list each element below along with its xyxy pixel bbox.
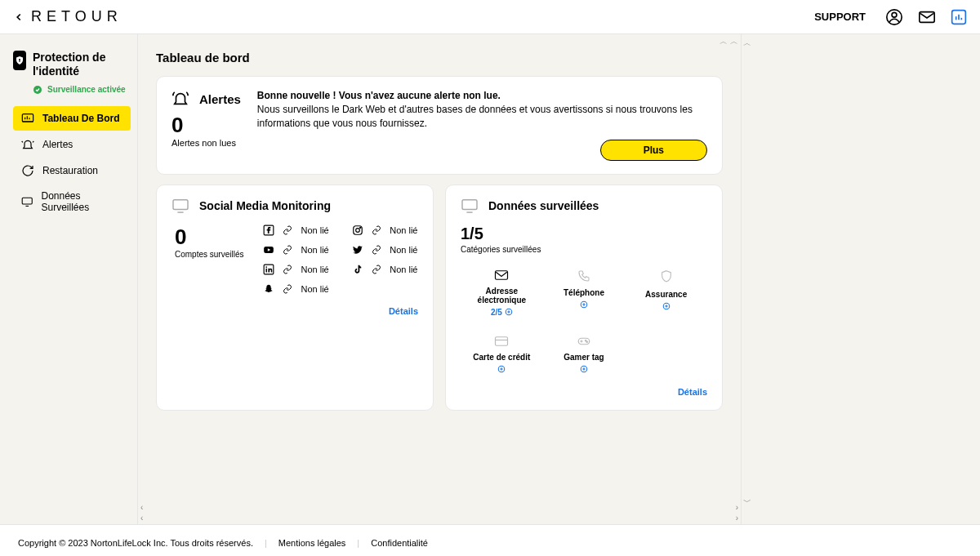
- svg-rect-8: [19, 60, 20, 63]
- nav-label: Données Surveillées: [41, 190, 122, 213]
- link-icon: [283, 225, 292, 235]
- plus-circle-icon: [497, 365, 506, 373]
- support-link[interactable]: SUPPORT: [814, 11, 866, 23]
- topbar: Retour SUPPORT: [0, 0, 980, 34]
- link-icon: [283, 245, 292, 255]
- sm-item-twitter[interactable]: Non lié: [352, 244, 418, 256]
- nav-monitored[interactable]: Données Surveillées: [13, 185, 131, 219]
- scroll-indicator-icon: ﹀: [743, 496, 751, 508]
- scroll-indicator-icon: ︿: [743, 38, 751, 49]
- plus-circle-icon: [662, 302, 670, 310]
- instagram-icon: [352, 225, 363, 236]
- stats-icon[interactable]: [951, 9, 967, 25]
- mon-item-insurance[interactable]: Assurance: [625, 269, 707, 318]
- svg-rect-30: [496, 271, 508, 280]
- svg-rect-28: [462, 200, 477, 210]
- gamepad-icon: [577, 336, 591, 347]
- nav-label: Alertes: [42, 139, 73, 150]
- right-gutter: ︿ ﹀: [742, 34, 755, 524]
- svg-point-1: [892, 12, 897, 17]
- dashboard-icon: [21, 112, 34, 125]
- mail-icon: [494, 269, 509, 281]
- more-button[interactable]: Plus: [600, 140, 707, 161]
- account-icon[interactable]: [885, 8, 903, 26]
- sm-item-instagram[interactable]: Non lié: [352, 225, 418, 236]
- sm-item-linkedin[interactable]: Non lié: [263, 264, 329, 275]
- footer-privacy-link[interactable]: Confidentialité: [371, 538, 428, 548]
- phone-icon: [577, 269, 590, 282]
- alerts-sub: Alertes non lues: [172, 138, 241, 148]
- link-icon: [372, 245, 381, 255]
- svg-point-22: [360, 227, 361, 228]
- sm-sub: Comptes surveillés: [175, 250, 243, 260]
- sm-item-snapchat[interactable]: Non lié: [263, 283, 329, 295]
- status-text: Surveillance activée: [47, 85, 126, 94]
- footer-copyright: Copyright © 2023 NortonLifeLock Inc. Tou…: [18, 538, 253, 548]
- sm-status: Non lié: [390, 265, 417, 274]
- sm-status: Non lié: [301, 265, 328, 274]
- mon-email-status: 2/5: [491, 308, 502, 317]
- nav-dashboard[interactable]: Tableau De Bord: [13, 106, 131, 131]
- link-icon: [283, 265, 292, 274]
- monitored-data-card: Données surveillées 1/5 Catégories surve…: [445, 185, 723, 411]
- bell-icon: [21, 138, 34, 151]
- footer-legal-link[interactable]: Mentions légales: [278, 538, 346, 548]
- bell-ring-icon: [172, 90, 189, 108]
- sm-count: 0: [175, 225, 243, 250]
- linkedin-icon: [263, 264, 274, 275]
- sm-status: Non lié: [301, 284, 328, 294]
- mon-ratio: 1/5: [461, 225, 707, 243]
- nav: Tableau De Bord Alertes Restauration Don…: [13, 106, 131, 219]
- sm-title: Social Media Monitoring: [199, 199, 331, 212]
- back-button[interactable]: Retour: [13, 8, 122, 25]
- alerts-description: Nous surveillons le Dark Web et d'autres…: [257, 103, 707, 131]
- twitter-icon: [352, 244, 363, 256]
- mon-label: Gamer tag: [543, 353, 626, 362]
- plus-circle-icon: [505, 308, 513, 316]
- nav-restore[interactable]: Restauration: [13, 158, 131, 183]
- monitor-outline-icon: [461, 198, 479, 213]
- footer: Copyright © 2023 NortonLifeLock Inc. Tou…: [0, 524, 980, 556]
- mail-icon[interactable]: [918, 8, 936, 26]
- page-title: Tableau de bord: [156, 51, 723, 64]
- facebook-icon: [263, 225, 274, 236]
- mon-title: Données surveillées: [488, 199, 599, 212]
- alerts-title: Alertes: [199, 92, 241, 106]
- sm-details-link[interactable]: Détails: [172, 306, 418, 316]
- link-icon: [372, 225, 381, 235]
- sm-item-facebook[interactable]: Non lié: [263, 225, 329, 236]
- snapchat-icon: [263, 283, 274, 295]
- plus-circle-icon: [580, 365, 588, 373]
- sm-status: Non lié: [301, 245, 328, 255]
- mon-item-email[interactable]: Adresse électronique 2/5: [461, 269, 543, 318]
- back-label: Retour: [31, 8, 122, 25]
- app-title: Protection de l'identité: [33, 51, 131, 78]
- check-circle-icon: [33, 85, 42, 95]
- mon-details-link[interactable]: Détails: [461, 387, 707, 397]
- alerts-headline: Bonne nouvelle ! Vous n'avez aucune aler…: [257, 90, 707, 101]
- mon-label: Adresse électronique: [461, 287, 543, 305]
- svg-rect-40: [496, 337, 508, 346]
- mon-item-gamer[interactable]: Gamer tag: [543, 336, 626, 376]
- credit-card-icon: [494, 336, 509, 347]
- mon-item-credit[interactable]: Carte de crédit: [461, 336, 543, 376]
- sidebar: Protection de l'identité Surveillance ac…: [0, 34, 137, 524]
- sm-item-youtube[interactable]: Non lié: [263, 244, 329, 256]
- link-icon: [283, 284, 292, 294]
- svg-rect-17: [173, 200, 188, 210]
- mon-label: Téléphone: [543, 288, 626, 297]
- plus-circle-icon: [580, 300, 588, 309]
- sm-status: Non lié: [390, 225, 417, 235]
- chevron-left-icon: [13, 10, 24, 24]
- nav-alerts[interactable]: Alertes: [13, 132, 131, 157]
- nav-label: Tableau De Bord: [42, 113, 119, 124]
- monitor-outline-icon: [172, 198, 189, 213]
- youtube-icon: [263, 244, 274, 256]
- mon-item-phone[interactable]: Téléphone: [543, 269, 626, 318]
- sm-item-tiktok[interactable]: Non lié: [352, 264, 418, 275]
- shield-icon: [660, 269, 673, 284]
- sm-status: Non lié: [390, 245, 417, 255]
- main-content: ︿ ︿ Tableau de bord Alertes 0 Alertes no…: [137, 34, 742, 524]
- refresh-icon: [21, 164, 34, 177]
- mon-label: Assurance: [625, 290, 707, 299]
